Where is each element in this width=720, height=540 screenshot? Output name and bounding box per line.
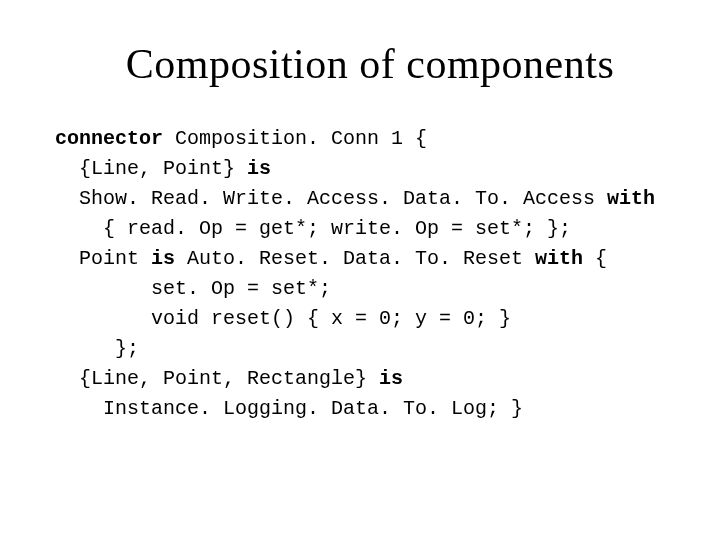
code-text: Point — [55, 247, 151, 270]
code-text: Show. Read. Write. Access. Data. To. Acc… — [55, 187, 607, 210]
keyword-with: with — [535, 247, 583, 270]
code-text: Auto. Reset. Data. To. Reset — [175, 247, 535, 270]
code-block: connector Composition. Conn 1 { {Line, P… — [50, 124, 670, 424]
keyword-connector: connector — [55, 127, 163, 150]
code-text: Instance. Logging. Data. To. Log; } — [55, 397, 523, 420]
code-text: {Line, Point, Rectangle} — [55, 367, 379, 390]
keyword-is: is — [247, 157, 271, 180]
code-text: { read. Op = get*; write. Op = set*; }; — [55, 217, 571, 240]
keyword-is: is — [379, 367, 403, 390]
code-text: Composition. Conn 1 { — [163, 127, 427, 150]
code-text: }; — [55, 337, 139, 360]
code-text: void reset() { x = 0; y = 0; } — [55, 307, 511, 330]
keyword-with: with — [607, 187, 655, 210]
code-text: set. Op = set*; — [55, 277, 331, 300]
code-text: {Line, Point} — [55, 157, 247, 180]
keyword-is: is — [151, 247, 175, 270]
code-text: { — [583, 247, 607, 270]
slide-title: Composition of components — [70, 40, 670, 88]
